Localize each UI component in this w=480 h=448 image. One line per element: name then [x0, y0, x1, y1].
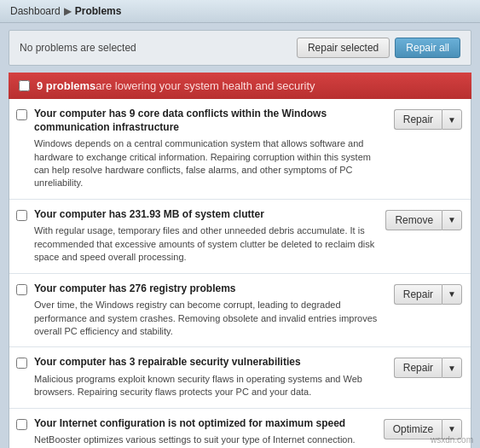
problem-checkbox-0[interactable]: [16, 109, 27, 120]
problem-title-3: Your computer has 3 repairable security …: [34, 356, 385, 369]
problems-message: are lowering your system health and secu…: [95, 79, 315, 92]
problem-item: Your computer has 9 core data conflicts …: [9, 99, 471, 200]
problem-checkbox-col: [16, 109, 27, 123]
action-bar: No problems are selected Repair selected…: [9, 30, 471, 66]
problem-arrow-btn-2[interactable]: ▼: [442, 284, 462, 305]
problems-count: 9 problems: [37, 79, 95, 92]
problem-checkbox-3[interactable]: [16, 358, 27, 369]
problem-item: Your computer has 276 registry problems …: [9, 274, 471, 348]
breadcrumb-parent[interactable]: Dashboard: [10, 5, 61, 17]
problem-title-2: Your computer has 276 registry problems: [34, 282, 385, 296]
problem-desc-0: Windows depends on a central communicati…: [34, 137, 385, 190]
problem-split-btn-3: Repair ▼: [394, 358, 462, 378]
problem-split-btn-2: Repair ▼: [394, 284, 462, 305]
problem-item: Your Internet configuration is not optim…: [9, 409, 471, 448]
problem-title-1: Your computer has 231.93 MB of system cl…: [34, 208, 377, 222]
problem-arrow-btn-0[interactable]: ▼: [442, 109, 462, 130]
problem-action-col-3: Repair ▼: [394, 358, 462, 378]
problem-content-0: Your computer has 9 core data conflicts …: [34, 108, 385, 190]
problem-action-btn-0[interactable]: Repair: [394, 109, 442, 130]
problem-action-btn-4[interactable]: Optimize: [384, 419, 442, 439]
problem-split-btn-4: Optimize ▼: [384, 419, 462, 439]
problem-action-col-1: Remove ▼: [385, 210, 462, 230]
problem-title-4: Your Internet configuration is not optim…: [34, 417, 375, 431]
no-problems-label: No problems are selected: [20, 42, 136, 54]
problem-split-btn-0: Repair ▼: [394, 109, 462, 130]
problem-title-0: Your computer has 9 core data conflicts …: [34, 108, 385, 134]
problem-action-col-4: Optimize ▼: [384, 419, 462, 439]
problems-list: Your computer has 9 core data conflicts …: [9, 99, 471, 448]
problem-checkbox-col: [16, 284, 27, 298]
action-buttons: Repair selected Repair all: [297, 38, 460, 58]
problem-content-4: Your Internet configuration is not optim…: [34, 417, 375, 448]
repair-selected-button[interactable]: Repair selected: [297, 38, 390, 58]
problem-action-btn-3[interactable]: Repair: [394, 358, 442, 378]
problem-checkbox-col: [16, 358, 27, 371]
breadcrumb-separator: ▶: [64, 5, 72, 17]
problem-action-btn-1[interactable]: Remove: [385, 210, 442, 230]
select-all-checkbox[interactable]: [19, 80, 30, 91]
problem-checkbox-4[interactable]: [16, 419, 27, 430]
problem-action-col-2: Repair ▼: [394, 284, 462, 305]
problem-checkbox-col: [16, 210, 27, 224]
problem-desc-3: Malicious programs exploit known securit…: [34, 373, 385, 399]
problem-action-col-0: Repair ▼: [394, 109, 462, 130]
problem-content-3: Your computer has 3 repairable security …: [34, 356, 385, 399]
problem-desc-1: With regular usage, temporary files and …: [34, 224, 377, 264]
problem-checkbox-1[interactable]: [16, 210, 27, 221]
problem-content-2: Your computer has 276 registry problems …: [34, 282, 385, 339]
problems-header: 9 problems are lowering your system heal…: [9, 73, 471, 99]
breadcrumb-current: Problems: [75, 5, 122, 17]
problem-desc-2: Over time, the Windows registry can beco…: [34, 299, 385, 338]
problem-checkbox-col: [16, 419, 27, 433]
problem-arrow-btn-3[interactable]: ▼: [442, 358, 462, 378]
problem-checkbox-2[interactable]: [16, 284, 27, 295]
problem-action-btn-2[interactable]: Repair: [394, 284, 442, 305]
problem-item: Your computer has 231.93 MB of system cl…: [9, 200, 471, 274]
problem-arrow-btn-4[interactable]: ▼: [442, 419, 462, 439]
problem-item: Your computer has 3 repairable security …: [9, 347, 471, 408]
problem-content-1: Your computer has 231.93 MB of system cl…: [34, 208, 377, 265]
problem-desc-4: NetBooster optimizes various settings to…: [34, 433, 375, 448]
problem-split-btn-1: Remove ▼: [385, 210, 462, 230]
problem-arrow-btn-1[interactable]: ▼: [442, 210, 462, 230]
repair-all-button[interactable]: Repair all: [395, 38, 460, 58]
breadcrumb-bar: Dashboard ▶ Problems: [0, 0, 480, 23]
